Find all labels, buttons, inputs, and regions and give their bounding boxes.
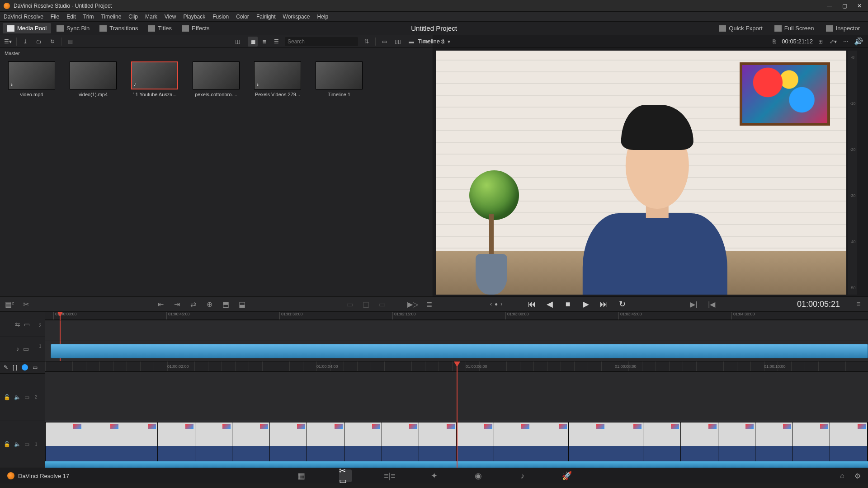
source-overwrite-button[interactable]: ⬓ (236, 298, 248, 310)
sync-bin-button[interactable]: Sync Bin (52, 23, 94, 33)
safe-area-button[interactable]: ⊞ (816, 37, 826, 47)
loop-button[interactable]: ↻ (616, 298, 628, 310)
tape-clip[interactable] (51, 344, 868, 359)
thumb-view-button[interactable]: ▦ (248, 37, 258, 47)
menu-fairlight[interactable]: Fairlight (256, 14, 276, 20)
split-clip-button[interactable]: ✂ (20, 298, 32, 310)
timeline-view-options-button[interactable]: ≡ (853, 298, 864, 310)
menu-fusion[interactable]: Fusion (212, 14, 229, 20)
cut-page-tab[interactable]: ✂▭ (339, 469, 352, 482)
record-viewer-button[interactable]: ▬ (406, 37, 416, 47)
track-audio-button[interactable]: ♪ (16, 345, 19, 352)
track-record-button[interactable]: 🔈 (14, 441, 21, 447)
timeline-dropdown[interactable]: Timeline 1 (418, 38, 444, 45)
tools-1-button[interactable]: ▭ (344, 298, 355, 310)
menu-mark[interactable]: Mark (145, 14, 157, 20)
menu-edit[interactable]: Edit (66, 14, 76, 20)
flag-tool-button[interactable]: ▭ (33, 364, 38, 371)
menu-playback[interactable]: Playback (183, 14, 205, 20)
clip-item[interactable]: Timeline 1 (316, 61, 363, 97)
maximize-icon[interactable]: ▢ (842, 3, 847, 9)
media-pool-button[interactable]: Media Pool (3, 23, 51, 33)
program-viewer[interactable] (436, 51, 846, 295)
metadata-view-button[interactable]: ◫ (232, 37, 242, 47)
bin-list-button[interactable]: ☰▾ (3, 37, 13, 47)
close-up-button[interactable]: ⊕ (203, 298, 215, 310)
strip-view-button[interactable]: ≣ (259, 37, 269, 47)
fairlight-page-tab[interactable]: ♪ (516, 469, 529, 482)
play-button[interactable]: ▶ (580, 298, 592, 310)
prev-frame-button[interactable]: ◀ (544, 298, 556, 310)
viewer-option-menu[interactable]: ⋯ (841, 37, 851, 47)
menu-file[interactable]: File (51, 14, 59, 20)
match-frame-button[interactable]: ⎘ (769, 37, 779, 47)
bin-path[interactable]: Master (0, 48, 433, 59)
dual-viewer-button[interactable]: ▯▯ (393, 37, 403, 47)
track-enable-button[interactable]: ▭ (24, 394, 29, 400)
next-frame-button[interactable]: ⏭ (598, 298, 610, 310)
menu-clip[interactable]: Clip (128, 14, 138, 20)
menu-davinci-resolve[interactable]: DaVinci Resolve (4, 14, 43, 20)
full-screen-button[interactable]: Full Screen (770, 23, 819, 33)
tape-ruler[interactable]: 01:00:00:0001:00:45:0001:01:30:0001:02:1… (45, 312, 868, 320)
timeline-options-button[interactable]: ≣ (423, 298, 435, 310)
close-icon[interactable]: ✕ (857, 3, 862, 9)
fusion-page-tab[interactable]: ✦ (428, 469, 440, 482)
edit-page-tab[interactable]: ≡|≡ (383, 469, 396, 482)
menu-help[interactable]: Help (317, 14, 328, 20)
track-header-2-button[interactable]: ▭ (23, 345, 29, 352)
marker-tool-button[interactable]: [ ] (13, 364, 17, 371)
menu-color[interactable]: Color (236, 14, 249, 20)
tools-3-button[interactable]: ▭ (376, 298, 388, 310)
inspector-button[interactable]: Inspector (821, 23, 864, 33)
smart-insert-button[interactable]: ⇤ (155, 298, 166, 310)
search-input[interactable] (285, 37, 358, 46)
track-lock-button[interactable]: 🔓 (4, 394, 10, 400)
menu-trim[interactable]: Trim (83, 14, 94, 20)
nav-prev-button[interactable]: ‹ (490, 301, 492, 307)
first-frame-button[interactable]: ⏮ (526, 298, 538, 310)
effects-button[interactable]: Effects (177, 23, 214, 33)
menu-workspace[interactable]: Workspace (283, 14, 310, 20)
titles-button[interactable]: Titles (143, 23, 176, 33)
track-mute-button[interactable]: 🔈 (14, 394, 21, 400)
track-lock-button-2[interactable]: 🔓 (4, 441, 10, 447)
marker-color-button[interactable] (22, 364, 28, 371)
transitions-button[interactable]: Transitions (95, 23, 142, 33)
sort-button[interactable]: ⇅ (362, 37, 372, 47)
new-bin-button[interactable]: ▦ (65, 37, 75, 47)
menu-view[interactable]: View (165, 14, 176, 20)
track-header-1-button[interactable]: ▭ (24, 321, 30, 328)
media-page-tab[interactable]: ▦ (295, 469, 307, 482)
clip-item[interactable]: ♪video.mp4 (8, 61, 55, 97)
track-enable-button-2[interactable]: ▭ (24, 441, 29, 447)
detail-playhead[interactable] (457, 361, 458, 468)
append-button[interactable]: ⇥ (171, 298, 183, 310)
project-settings-button[interactable]: ⚙ (854, 472, 861, 480)
quick-export-button[interactable]: Quick Export (714, 23, 767, 33)
edit-tool-button[interactable]: ✎ (4, 364, 8, 371)
go-to-in-button[interactable]: ▶| (688, 298, 699, 310)
track-sync-lock-button[interactable]: ⇆ (15, 321, 20, 328)
home-button[interactable]: ⌂ (840, 472, 844, 480)
minimize-icon[interactable]: — (827, 3, 832, 9)
sync-button[interactable]: ↻ (47, 37, 57, 47)
chevron-down-icon[interactable]: ▾ (448, 38, 450, 45)
ripple-overwrite-button[interactable]: ⇄ (187, 298, 199, 310)
place-on-top-button[interactable]: ⬒ (220, 298, 231, 310)
color-page-tab[interactable]: ◉ (472, 469, 485, 482)
audio-toggle[interactable]: 🔊 (854, 37, 863, 47)
import-media-button[interactable]: ⤓ (20, 37, 30, 47)
menu-timeline[interactable]: Timeline (101, 14, 121, 20)
fast-review-button[interactable]: ▶▷ (407, 298, 419, 310)
tools-2-button[interactable]: ◫ (360, 298, 372, 310)
import-folder-button[interactable]: 🗀 (34, 37, 44, 47)
source-viewer-button[interactable]: ▭ (379, 37, 389, 47)
clip-item[interactable]: ♪11 Youtube Ausza... (131, 61, 178, 97)
stop-button[interactable]: ■ (562, 298, 574, 310)
clip-item[interactable]: video(1).mp4 (70, 61, 117, 97)
boring-detector-button[interactable]: ▤ᶻ (4, 298, 15, 310)
nav-next-button[interactable]: › (500, 301, 502, 307)
viewer-zoom-button[interactable]: ⤢▾ (828, 37, 838, 47)
deliver-page-tab[interactable]: 🚀 (561, 469, 573, 482)
